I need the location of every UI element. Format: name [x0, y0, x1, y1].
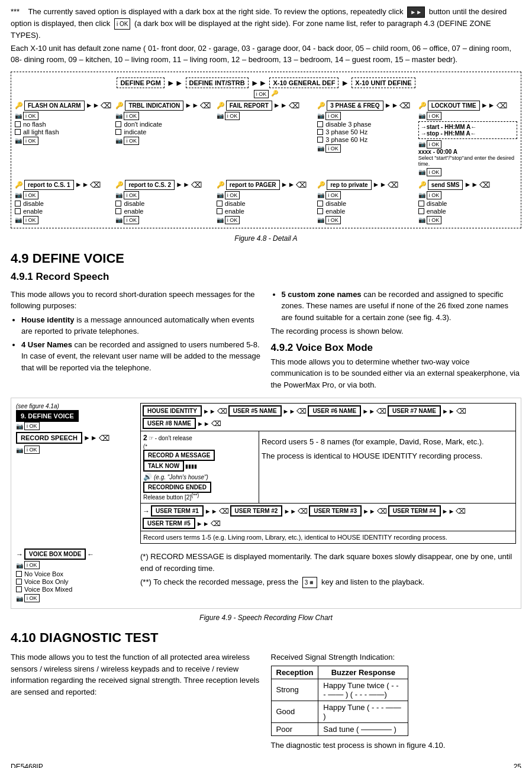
user8-box: USER #8 NAME — [143, 418, 196, 429]
define-pgm: DEFINE PGM — [117, 78, 164, 88]
sub-492-title: 4.9.2 Voice Box Mode — [271, 342, 522, 354]
para1: This mode allows you to record short-dur… — [11, 289, 262, 312]
hand-trbl: ⌫ — [200, 101, 211, 110]
header-note: *** The currently saved option is displa… — [11, 6, 521, 66]
private-block: 🔑 rep to private ►► ⌫ 📷 i OK disable ena… — [317, 180, 416, 224]
user7-box: USER #7 NAME — [388, 405, 441, 417]
phase-box: 3 PHASE & FREQ — [327, 101, 383, 111]
diag-para: This mode allows you to test the functio… — [11, 651, 262, 698]
cell-strong: Strong — [271, 679, 318, 701]
lock-opt3: xxxx - 00:00 A — [418, 149, 517, 155]
hand-t5: ⌫ — [211, 519, 221, 528]
diag-note: The diagnostic test process is shown in … — [271, 740, 522, 751]
hand-flash: ⌫ — [101, 101, 111, 110]
bullet-house: House identity is a message announced au… — [21, 314, 262, 337]
dont-release-icon: ☞ — [149, 435, 154, 441]
iok-rs: i OK — [24, 446, 40, 454]
voice-box-mode-box: VOICE BOX MODE — [24, 548, 86, 560]
record-speech-box: RECORD SPEECH — [16, 432, 82, 444]
signal-table: Reception Buzzer Response Strong Happy T… — [271, 666, 409, 736]
bullet-users: 4 User Names can be recorded and assigne… — [21, 339, 262, 374]
section-410-title: 4.10 DIAGNOSTIC TEST — [11, 630, 521, 646]
iok-flash2: i OK — [23, 137, 38, 145]
iok-phase: i OK — [325, 112, 341, 120]
cam-flash2: 📷 — [15, 137, 22, 144]
key-phase: 🔑 — [317, 102, 325, 109]
term4-box: USER TERM #4 — [388, 505, 441, 517]
arrow1: ►► — [167, 78, 183, 88]
iok-lock: i OK — [427, 112, 442, 120]
term1-box: USER TERM #1 — [151, 505, 204, 517]
define-row: DEFINE PGM ►► DEFINE INT/STRB ►► X-10 GE… — [15, 78, 517, 88]
see-fig-label: (see figure 4.1a) — [16, 403, 134, 409]
cam-phase: 📷 — [317, 112, 324, 119]
cam-phase2: 📷 — [317, 145, 324, 151]
ff-trbl: ►► — [185, 101, 199, 109]
sub-491-title: 4.9.1 Record Speech — [11, 271, 521, 283]
example-text: (e.g. "John's house") — [154, 474, 208, 480]
flash-alarm-box: FLASH ON ALARM — [24, 101, 85, 111]
row-strong: Strong Happy Tune twice ( - - - —— ) ( -… — [271, 679, 408, 701]
key-lock: 🔑 — [418, 102, 427, 109]
key-3-icon: 3◾ — [302, 577, 318, 588]
ff-cs1: ►► — [75, 180, 89, 189]
dont-release-label: - don't release — [155, 435, 192, 441]
hand-u6: ⌫ — [376, 407, 386, 415]
hand-cs1: ⌫ — [90, 180, 101, 189]
key-fail: 🔑 — [217, 102, 225, 109]
release-button-label: Release button [2](**) — [143, 492, 256, 501]
iok-trbl2: i OK — [124, 137, 139, 145]
cam-lock: 📷 — [418, 112, 425, 119]
bullet-custom-zones: 5 custom zone names can be recorded and … — [282, 289, 522, 324]
term3-box: USER TERM #3 — [309, 505, 362, 517]
row-good: Good Happy Tune ( - - - —— ) — [271, 701, 408, 722]
recording-grid: HOUSE IDENTITY ►► ⌫ USER #5 NAME ►► ⌫ US… — [140, 403, 516, 544]
hand-fail: ⌫ — [289, 101, 299, 110]
pager-block: 🔑 report to PAGER ►► ⌫ 📷 i OK disable en… — [217, 180, 315, 224]
ff-phase: ►► — [385, 101, 399, 109]
page-footer: DE5468IP 25 — [11, 763, 521, 768]
key-cs1: 🔑 — [15, 181, 23, 189]
footnotes-block: (*) RECORD MESSAGE is displayed momentar… — [140, 548, 516, 590]
hand-hi: ⌫ — [217, 407, 227, 415]
flow-chart-outer: (see figure 4.1a) 9. DEFINE VOICE 📷 i OK… — [11, 398, 521, 609]
diag-right: Received Signal Strength Indication: Rec… — [271, 649, 522, 753]
num-2-icon: 2 — [143, 434, 147, 442]
sound-icons: ▮▮▮▮ — [185, 463, 197, 469]
lockout-block: 🔑 LOCKOUT TIME ►► ⌫ 📷 i OK →start - HH:M… — [418, 101, 517, 176]
iok-row-top: i OK 🔑 — [15, 90, 517, 98]
col-reception: Reception — [271, 666, 318, 679]
cell-strong-response: Happy Tune twice ( - - - —— ) ( - - - ——… — [318, 679, 408, 701]
define-voice-box: 9. DEFINE VOICE — [16, 410, 79, 422]
asterisk-marker: *** — [11, 7, 20, 16]
hand-t3: ⌫ — [377, 507, 387, 515]
lock-opt1: →start - HH:MM A← — [421, 124, 515, 130]
key-icon: 🔑 — [271, 90, 278, 98]
user5-box: USER #5 NAME — [228, 405, 282, 417]
bullet-list: House identity is a message announced au… — [21, 314, 262, 374]
term2-box: USER TERM #2 — [230, 505, 283, 517]
footnote1: (*) RECORD MESSAGE is displayed momentar… — [140, 551, 516, 574]
cell-good-response: Happy Tune ( - - - —— ) — [318, 701, 408, 722]
phase-opt1: disable 3 phase — [317, 121, 416, 128]
ff-fail: ►► — [273, 101, 288, 109]
ff-lock: ►► — [481, 101, 495, 109]
cam-trbl2: 📷 — [115, 137, 122, 144]
cam-lock3: 📷 — [418, 169, 425, 175]
cs1-block: 🔑 report to C.S. 1 ►► ⌫ 📷 i OK disable e… — [15, 180, 114, 224]
lock-opt2: →stop - HH:MM A← — [421, 130, 515, 137]
flash-opt2: all light flash — [15, 128, 114, 135]
names-note: Record users 5 - 8 names (for example, D… — [259, 431, 515, 503]
cs1-box: report to C.S. 1 — [24, 180, 74, 190]
cam-lock2: 📷 — [418, 141, 425, 147]
cs2-block: 🔑 report to C.S. 2 ►► ⌫ 📷 i OK disable e… — [115, 180, 214, 224]
arrow2: ►► — [251, 78, 267, 88]
trbl-block: 🔑 TRBL INDICATION ►► ⌫ 📷 i OK don't indi… — [115, 101, 214, 145]
x10-gen: X-10 GENERAL DEF — [269, 78, 338, 88]
term5-box: USER TERM #5 — [143, 518, 195, 529]
row-poor: Poor Sad tune ( ———— ) — [271, 722, 408, 735]
recording-note: The recording process is shown below. — [271, 325, 522, 337]
hand-u8: ⌫ — [211, 420, 221, 428]
hand-t2: ⌫ — [298, 507, 308, 515]
trbl-opt1: don't indicate — [115, 121, 214, 128]
